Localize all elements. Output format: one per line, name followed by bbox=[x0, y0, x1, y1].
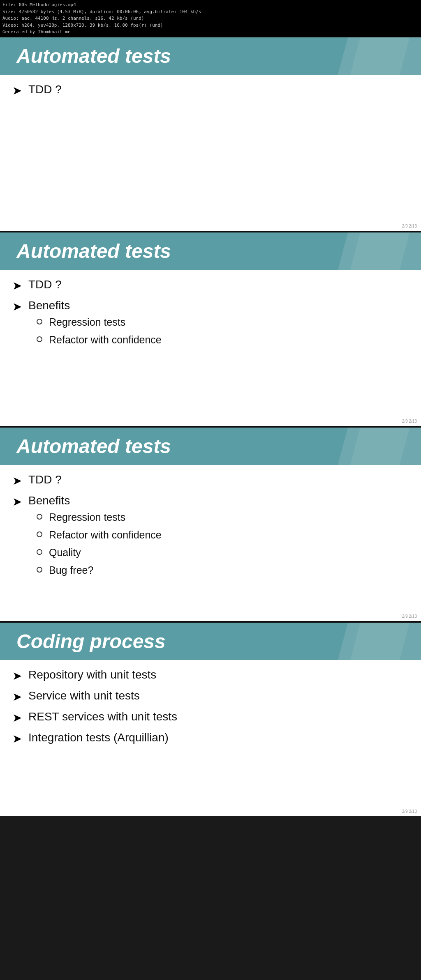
slide-4-number: 2/9 2/13 bbox=[402, 809, 417, 814]
slide-3-bullet-2-text: Benefits bbox=[28, 494, 70, 507]
file-info-line4: Video: h264, yuv420p, 1280x720, 39 kb/s,… bbox=[2, 22, 419, 29]
sub-circle-icon bbox=[37, 531, 42, 537]
slide-3-sub-1-text: Regression tests bbox=[49, 511, 125, 523]
slide-1-bullet-1-text: TDD ? bbox=[28, 83, 62, 96]
slide-1-number: 2/9 2/13 bbox=[402, 224, 417, 228]
slide-2-bullet-1-text: TDD ? bbox=[28, 278, 62, 291]
slide-3-sub-bullets: Regression tests Refactor with confidenc… bbox=[37, 511, 162, 576]
sub-circle-icon bbox=[37, 549, 42, 555]
slide-4-bullet-2: ➤ Service with unit tests bbox=[12, 689, 409, 704]
slide-1-content: ➤ TDD ? 2/9 2/13 bbox=[0, 75, 421, 231]
slide-2-bullet-1: ➤ TDD ? bbox=[12, 278, 409, 292]
slide-4-bullet-4: ➤ Integration tests (Arquillian) bbox=[12, 731, 409, 745]
slide-4-bullet-3: ➤ REST services with unit tests bbox=[12, 710, 409, 725]
file-info-line5: Generated by Thumbnail me bbox=[2, 29, 419, 36]
arrow-icon-2: ➤ bbox=[12, 279, 22, 292]
slide-2-sub-bullets: Regression tests Refactor with confidenc… bbox=[37, 316, 162, 346]
arrow-icon-3: ➤ bbox=[12, 300, 22, 313]
sub-circle-icon bbox=[37, 514, 42, 520]
slide-3-bullet-2-group: Benefits Regression tests Refactor with … bbox=[28, 494, 162, 582]
slide-4-bullet-3-text: REST services with unit tests bbox=[28, 710, 177, 723]
slide-2-content: ➤ TDD ? ➤ Benefits Regression tests Refa… bbox=[0, 270, 421, 426]
arrow-icon-1: ➤ bbox=[12, 84, 22, 97]
slide-2-sub-2: Refactor with confidence bbox=[37, 334, 162, 346]
slide-1-header: Automated tests bbox=[0, 37, 421, 75]
slide-4-title: Coding process bbox=[16, 630, 405, 653]
file-info-line1: File: 005 Methodologies.mp4 bbox=[2, 2, 419, 9]
slide-3-header: Automated tests bbox=[0, 428, 421, 465]
slide-3: Automated tests ➤ TDD ? ➤ Benefits Regre… bbox=[0, 428, 421, 621]
slide-2-bullet-2-text: Benefits bbox=[28, 299, 70, 312]
arrow-icon-8: ➤ bbox=[12, 711, 22, 725]
sub-circle-icon bbox=[37, 567, 42, 573]
slide-4: Coding process ➤ Repository with unit te… bbox=[0, 623, 421, 816]
sub-circle-icon bbox=[37, 319, 42, 324]
file-info-line3: Audio: aac, 44100 Hz, 2 channels, s16, 4… bbox=[2, 15, 419, 22]
slide-3-sub-3: Quality bbox=[37, 547, 162, 559]
slide-3-bullet-1: ➤ TDD ? bbox=[12, 473, 409, 488]
file-info-line2: Size: 4750582 bytes (4.53 MiB), duration… bbox=[2, 9, 419, 16]
file-info-bar: File: 005 Methodologies.mp4 Size: 475058… bbox=[0, 0, 421, 37]
slide-2-header: Automated tests bbox=[0, 232, 421, 270]
slide-4-bullet-2-text: Service with unit tests bbox=[28, 689, 140, 702]
slide-2-sub-1-text: Regression tests bbox=[49, 316, 125, 328]
slide-3-title: Automated tests bbox=[16, 435, 405, 458]
slide-4-bullet-4-text: Integration tests (Arquillian) bbox=[28, 731, 169, 744]
arrow-icon-5: ➤ bbox=[12, 495, 22, 508]
sub-circle-icon bbox=[37, 336, 42, 342]
slide-1-bullet-1: ➤ TDD ? bbox=[12, 83, 409, 97]
slide-4-header: Coding process bbox=[0, 623, 421, 660]
slide-2-title: Automated tests bbox=[16, 240, 405, 262]
arrow-icon-9: ➤ bbox=[12, 732, 22, 745]
slide-3-bullet-2: ➤ Benefits Regression tests Refactor wit… bbox=[12, 494, 409, 582]
slide-4-content: ➤ Repository with unit tests ➤ Service w… bbox=[0, 660, 421, 816]
slide-2-sub-1: Regression tests bbox=[37, 316, 162, 328]
arrow-icon-4: ➤ bbox=[12, 474, 22, 488]
slide-1: Automated tests ➤ TDD ? 2/9 2/13 bbox=[0, 37, 421, 231]
arrow-icon-6: ➤ bbox=[12, 669, 22, 683]
slide-3-content: ➤ TDD ? ➤ Benefits Regression tests Refa… bbox=[0, 465, 421, 621]
slide-3-sub-3-text: Quality bbox=[49, 547, 81, 559]
slide-4-bullet-1-text: Repository with unit tests bbox=[28, 668, 156, 681]
slide-3-sub-2: Refactor with confidence bbox=[37, 529, 162, 541]
slide-3-bullet-1-text: TDD ? bbox=[28, 473, 62, 486]
slide-4-bullet-1: ➤ Repository with unit tests bbox=[12, 668, 409, 683]
slide-2: Automated tests ➤ TDD ? ➤ Benefits Regre… bbox=[0, 232, 421, 426]
arrow-icon-7: ➤ bbox=[12, 690, 22, 704]
slide-3-sub-2-text: Refactor with confidence bbox=[49, 529, 162, 541]
slide-3-sub-4-text: Bug free? bbox=[49, 564, 93, 576]
slide-3-number: 2/9 2/13 bbox=[402, 614, 417, 619]
slide-1-title: Automated tests bbox=[16, 45, 405, 67]
slide-2-bullet-2-group: Benefits Regression tests Refactor with … bbox=[28, 299, 162, 352]
slide-2-number: 2/9 2/13 bbox=[402, 419, 417, 423]
slide-3-sub-1: Regression tests bbox=[37, 511, 162, 523]
slide-2-sub-2-text: Refactor with confidence bbox=[49, 334, 162, 346]
slide-3-sub-4: Bug free? bbox=[37, 564, 162, 576]
slide-2-bullet-2: ➤ Benefits Regression tests Refactor wit… bbox=[12, 299, 409, 352]
